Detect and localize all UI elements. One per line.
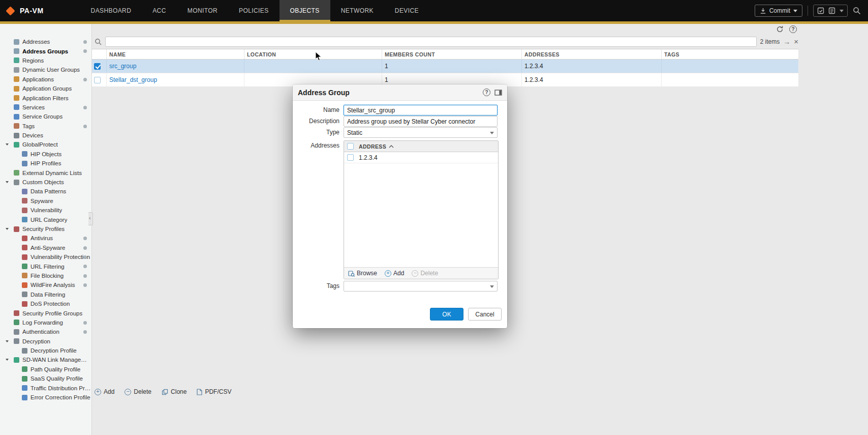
sidebar-item-wildfire-analysis[interactable]: WildFire Analysis xyxy=(0,280,91,289)
row-checkbox[interactable] xyxy=(94,77,101,83)
tab-acc[interactable]: ACC xyxy=(142,0,177,21)
hip-objects-icon xyxy=(22,151,27,157)
tab-monitor[interactable]: MONITOR xyxy=(177,0,228,21)
apply-filter-icon[interactable] xyxy=(783,38,790,46)
sidebar-item-address-groups[interactable]: Address Groups xyxy=(0,46,91,55)
sidebar-item-data-patterns[interactable]: Data Patterns xyxy=(0,187,91,196)
sidebar-item-security-profile-groups[interactable]: Security Profile Groups xyxy=(0,308,91,317)
sidebar-collapse-handle[interactable] xyxy=(88,212,93,225)
column-members-count[interactable]: MEMBERS COUNT xyxy=(382,49,522,59)
tab-policies[interactable]: POLICIES xyxy=(228,0,280,21)
traffic-distribution-profile-icon xyxy=(22,385,27,391)
column-location[interactable]: LOCATION xyxy=(244,49,382,59)
ok-button[interactable]: OK xyxy=(430,308,463,321)
save-config-icon[interactable] xyxy=(817,7,824,14)
sidebar-item-vulnerability[interactable]: Vulnerability xyxy=(0,206,91,215)
file-blocking-icon xyxy=(22,273,27,278)
tab-network[interactable]: NETWORK xyxy=(330,0,384,21)
search-input[interactable] xyxy=(105,37,757,47)
dialog-addresses-body: 1.2.3.4 xyxy=(344,152,498,163)
sidebar-item-spyware[interactable]: Spyware xyxy=(0,196,91,206)
sidebar-item-dos-protection[interactable]: DoS Protection xyxy=(0,299,91,308)
sidebar-item-application-groups[interactable]: Application Groups xyxy=(0,84,91,93)
dialog-delete-button[interactable]: Delete xyxy=(412,270,438,277)
delete-button[interactable]: Delete xyxy=(125,388,151,395)
sidebar-item-regions[interactable]: Regions xyxy=(0,56,91,65)
type-select-value: Static xyxy=(347,129,362,136)
sidebar-item-decryption[interactable]: Decryption xyxy=(0,337,91,346)
sidebar-item-hip-objects[interactable]: HIP Objects xyxy=(0,150,91,159)
name-field[interactable] xyxy=(344,105,498,115)
sidebar-item-antivirus[interactable]: Antivirus xyxy=(0,234,91,243)
column-tags[interactable]: TAGS xyxy=(662,49,798,59)
tab-dashboard[interactable]: DASHBOARD xyxy=(80,0,142,21)
sidebar-item-label: Vulnerability Protection xyxy=(30,254,90,260)
sidebar-item-label: HIP Objects xyxy=(30,151,61,157)
sidebar-item-anti-spyware[interactable]: Anti-Spyware xyxy=(0,243,91,252)
clone-button[interactable]: Clone xyxy=(162,388,187,395)
sidebar-item-addresses[interactable]: Addresses xyxy=(0,37,91,46)
sidebar-item-authentication[interactable]: Authentication xyxy=(0,327,91,336)
sidebar-item-hip-profiles[interactable]: HIP Profiles xyxy=(0,159,91,168)
data-patterns-icon xyxy=(22,189,27,194)
tasks-icon[interactable] xyxy=(828,7,835,14)
dialog-add-button[interactable]: Add xyxy=(385,270,404,277)
sidebar-item-security-profiles[interactable]: Security Profiles xyxy=(0,224,91,234)
sidebar-item-external-dynamic-lists[interactable]: External Dynamic Lists xyxy=(0,168,91,177)
sidebar-item-vulnerability-protection[interactable]: Vulnerability Protection xyxy=(0,252,91,262)
description-field[interactable] xyxy=(344,116,498,127)
data-filtering-icon xyxy=(22,292,27,297)
sidebar-item-url-filtering[interactable]: URL Filtering xyxy=(0,262,91,271)
tags-select[interactable] xyxy=(344,281,498,292)
sidebar-item-decryption-profile[interactable]: Decryption Profile xyxy=(0,346,91,355)
sidebar-item-label: SD-WAN Link Management xyxy=(22,357,91,363)
sidebar-item-services[interactable]: Services xyxy=(0,103,91,112)
sidebar-item-service-groups[interactable]: Service Groups xyxy=(0,112,91,121)
tab-objects[interactable]: OBJECTS xyxy=(280,0,330,21)
service-groups-icon xyxy=(14,114,19,120)
add-button[interactable]: Add xyxy=(95,388,114,395)
refresh-icon[interactable] xyxy=(776,25,784,33)
row-name-link[interactable]: src_group xyxy=(109,63,136,70)
sidebar-item-application-filters[interactable]: Application Filters xyxy=(0,93,91,102)
dock-panel-icon[interactable] xyxy=(494,90,502,96)
search-icon[interactable] xyxy=(853,7,861,15)
help-icon[interactable] xyxy=(789,25,797,33)
sidebar-item-label: Path Quality Profile xyxy=(30,366,80,372)
sidebar-item-custom-objects[interactable]: Custom Objects xyxy=(0,178,91,187)
sidebar-item-path-quality-profile[interactable]: Path Quality Profile xyxy=(0,365,91,374)
address-column-header[interactable]: ADDRESS xyxy=(359,143,394,150)
address-checkbox[interactable] xyxy=(347,154,354,161)
sidebar-item-globalprotect[interactable]: GlobalProtect xyxy=(0,140,91,149)
commit-button[interactable]: Commit xyxy=(755,5,802,17)
address-row[interactable]: 1.2.3.4 xyxy=(344,152,498,163)
sidebar-item-dynamic-user-groups[interactable]: Dynamic User Groups xyxy=(0,65,91,74)
select-all-checkbox[interactable] xyxy=(347,143,354,150)
sidebar-item-error-correction-profile[interactable]: Error Correction Profile xyxy=(0,393,91,402)
pending-change-dot xyxy=(83,283,87,287)
sidebar-item-saas-quality-profile[interactable]: SaaS Quality Profile xyxy=(0,374,91,383)
pdf-csv-button[interactable]: PDF/CSV xyxy=(197,388,231,395)
sidebar-item-tags[interactable]: Tags xyxy=(0,122,91,131)
sidebar-item-log-forwarding[interactable]: Log Forwarding xyxy=(0,318,91,327)
column-name[interactable]: NAME xyxy=(107,49,244,59)
dialog-help-icon[interactable] xyxy=(483,89,490,96)
chevron-down-icon[interactable] xyxy=(840,10,844,12)
table-row[interactable]: src_group 1 1.2.3.4 xyxy=(92,60,798,73)
tab-device[interactable]: DEVICE xyxy=(384,0,429,21)
sidebar-item-data-filtering[interactable]: Data Filtering xyxy=(0,290,91,299)
clear-filter-icon[interactable] xyxy=(794,37,798,46)
sidebar-item-traffic-distribution-profile[interactable]: Traffic Distribution Profile xyxy=(0,383,91,392)
sidebar-item-applications[interactable]: Applications xyxy=(0,75,91,84)
sidebar-item-devices[interactable]: Devices xyxy=(0,131,91,140)
sidebar-item-url-category[interactable]: URL Category xyxy=(0,215,91,224)
column-addresses[interactable]: ADDRESSES xyxy=(522,49,662,59)
cancel-button[interactable]: Cancel xyxy=(468,308,502,321)
type-select[interactable]: Static xyxy=(344,127,498,138)
sidebar-item-sdwan-link-management[interactable]: SD-WAN Link Management xyxy=(0,355,91,364)
row-checkbox[interactable] xyxy=(94,63,101,70)
row-name-link[interactable]: Stellar_dst_group xyxy=(109,76,157,83)
browse-button[interactable]: Browse xyxy=(348,270,377,277)
sidebar-item-label: File Blocking xyxy=(30,273,64,279)
sidebar-item-file-blocking[interactable]: File Blocking xyxy=(0,271,91,280)
